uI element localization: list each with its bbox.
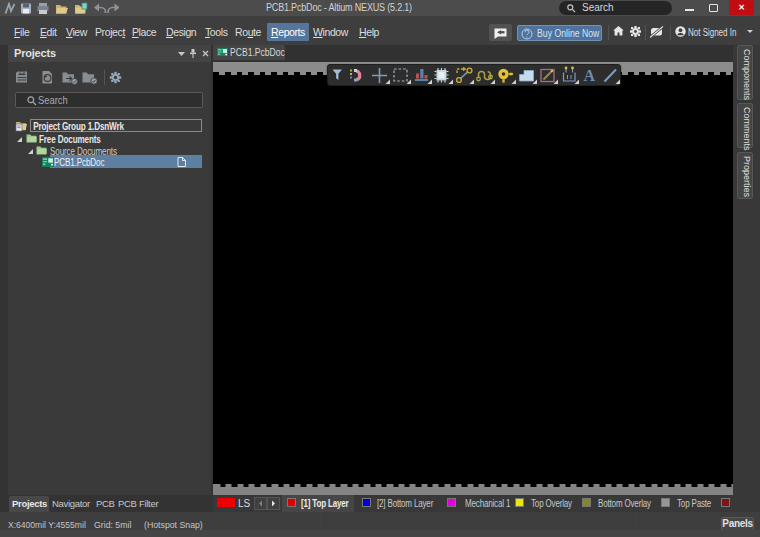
svg-text:A: A [584, 67, 596, 84]
